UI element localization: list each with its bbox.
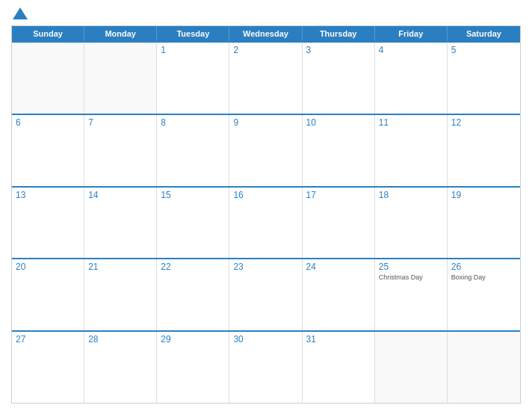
cal-cell: 10 [303, 115, 375, 186]
cal-cell: 18 [375, 188, 448, 259]
day-number: 14 [88, 190, 152, 200]
week-row-3: 13141516171819 [12, 186, 520, 259]
event-label: Christmas Day [379, 274, 443, 282]
week-row-2: 6789101112 [12, 114, 520, 186]
day-number: 24 [306, 262, 371, 272]
cal-cell: 17 [303, 188, 375, 259]
event-label: Boxing Day [451, 274, 516, 282]
cal-cell: 4 [375, 43, 448, 114]
cal-cell [448, 332, 520, 403]
header [11, 7, 521, 19]
day-number: 3 [306, 45, 371, 55]
cal-cell [84, 43, 157, 114]
cal-cell [12, 43, 84, 114]
header-day-friday: Friday [375, 26, 448, 41]
cal-cell: 30 [229, 332, 302, 403]
day-number: 4 [379, 45, 443, 55]
cal-cell: 15 [157, 188, 229, 259]
week-row-1: 12345 [12, 41, 520, 114]
cal-cell: 22 [157, 259, 229, 330]
day-number: 26 [451, 262, 516, 272]
day-number: 20 [16, 262, 80, 272]
cal-cell: 5 [448, 43, 520, 114]
day-number: 11 [379, 117, 443, 128]
day-number: 17 [306, 190, 371, 200]
week-row-4: 202122232425Christmas Day26Boxing Day [12, 258, 520, 330]
cal-cell [375, 332, 448, 403]
day-number: 13 [16, 190, 80, 200]
cal-cell: 25Christmas Day [375, 259, 448, 330]
header-day-monday: Monday [84, 26, 157, 41]
logo [11, 7, 29, 19]
day-number: 2 [233, 45, 297, 55]
cal-cell: 13 [12, 188, 84, 259]
cal-cell: 3 [303, 43, 375, 114]
cal-cell: 14 [84, 188, 157, 259]
calendar: SundayMondayTuesdayWednesdayThursdayFrid… [11, 25, 521, 404]
cal-cell: 20 [12, 259, 84, 330]
page: SundayMondayTuesdayWednesdayThursdayFrid… [0, 0, 532, 411]
calendar-header-row: SundayMondayTuesdayWednesdayThursdayFrid… [12, 26, 520, 41]
day-number: 12 [451, 117, 516, 128]
week-row-5: 2728293031 [12, 330, 520, 403]
cal-cell: 12 [448, 115, 520, 186]
day-number: 9 [233, 117, 297, 128]
day-number: 31 [306, 334, 371, 344]
cal-cell: 31 [303, 332, 375, 403]
day-number: 6 [16, 117, 80, 128]
day-number: 19 [451, 190, 516, 200]
cal-cell: 29 [157, 332, 229, 403]
header-day-sunday: Sunday [12, 26, 84, 41]
cal-cell: 21 [84, 259, 157, 330]
cal-cell: 24 [303, 259, 375, 330]
cal-cell: 2 [229, 43, 302, 114]
day-number: 15 [161, 190, 225, 200]
day-number: 28 [88, 334, 152, 344]
day-number: 23 [233, 262, 297, 272]
day-number: 10 [306, 117, 371, 128]
header-day-tuesday: Tuesday [157, 26, 229, 41]
day-number: 27 [16, 334, 80, 344]
calendar-body: 1234567891011121314151617181920212223242… [12, 41, 520, 403]
cal-cell: 23 [229, 259, 302, 330]
cal-cell: 1 [157, 43, 229, 114]
header-day-wednesday: Wednesday [229, 26, 302, 41]
logo-triangle-icon [13, 7, 28, 19]
day-number: 8 [161, 117, 225, 128]
day-number: 22 [161, 262, 225, 272]
day-number: 21 [88, 262, 152, 272]
day-number: 25 [379, 262, 443, 272]
day-number: 29 [161, 334, 225, 344]
cal-cell: 27 [12, 332, 84, 403]
day-number: 18 [379, 190, 443, 200]
cal-cell: 26Boxing Day [448, 259, 520, 330]
cal-cell: 11 [375, 115, 448, 186]
day-number: 1 [161, 45, 225, 55]
header-day-thursday: Thursday [303, 26, 375, 41]
day-number: 7 [88, 117, 152, 128]
cal-cell: 9 [229, 115, 302, 186]
cal-cell: 19 [448, 188, 520, 259]
day-number: 5 [451, 45, 516, 55]
cal-cell: 28 [84, 332, 157, 403]
cal-cell: 8 [157, 115, 229, 186]
cal-cell: 7 [84, 115, 157, 186]
day-number: 16 [233, 190, 297, 200]
header-day-saturday: Saturday [448, 26, 520, 41]
cal-cell: 16 [229, 188, 302, 259]
day-number: 30 [233, 334, 297, 344]
cal-cell: 6 [12, 115, 84, 186]
